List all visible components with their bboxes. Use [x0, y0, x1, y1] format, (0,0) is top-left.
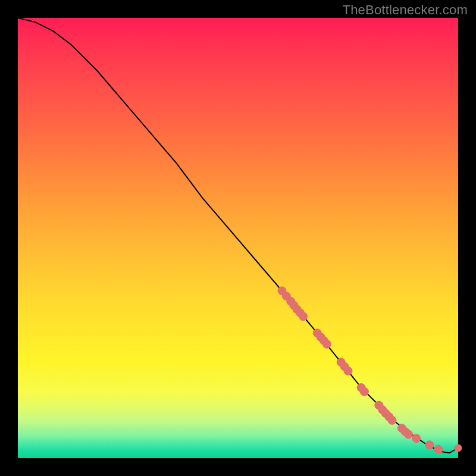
marker-dot [388, 416, 396, 424]
marker-dot [344, 367, 352, 375]
marker-dot [434, 445, 443, 453]
marker-dot [412, 434, 421, 443]
marker-dot [322, 340, 331, 348]
bottleneck-curve [18, 18, 458, 453]
plot-svg [18, 18, 458, 458]
attribution-label: TheBottlenecker.com [343, 2, 468, 18]
chart-stage: TheBottlenecker.com [0, 0, 476, 476]
marker-dot [360, 387, 368, 396]
marker-dot [425, 441, 434, 449]
marker-group [278, 287, 462, 453]
marker-dot [299, 312, 308, 321]
plot-region [18, 18, 458, 458]
marker-dot [404, 430, 412, 439]
marker-dot [455, 444, 462, 452]
